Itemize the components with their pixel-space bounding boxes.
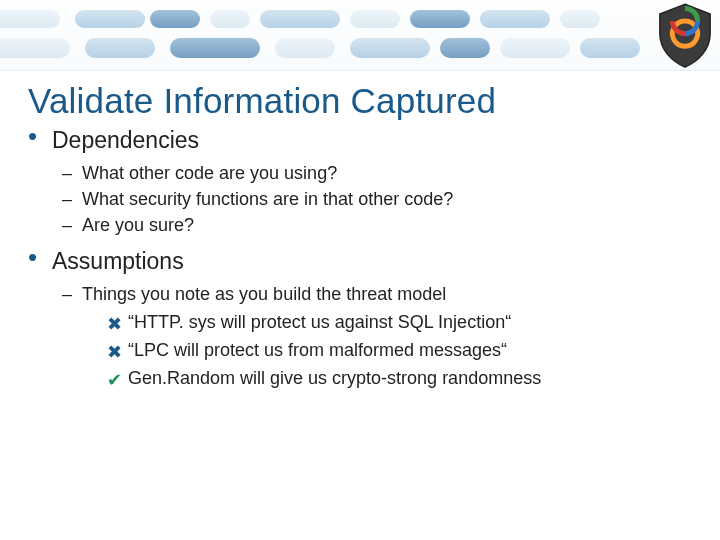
list-item: ✖ “HTTP. sys will protect us against SQL… <box>104 309 692 337</box>
list-item: Things you note as you build the threat … <box>62 281 692 393</box>
bullet-assumptions: Assumptions Things you note as you build… <box>28 248 692 393</box>
bullet-label: Assumptions <box>52 248 184 274</box>
list-item: What other code are you using? <box>62 160 692 186</box>
slide-title: Validate Information Captured <box>28 81 692 121</box>
list-item: What security functions are in that othe… <box>62 186 692 212</box>
bullet-label: Dependencies <box>52 127 199 153</box>
shield-icon <box>650 0 720 70</box>
header-banner <box>0 0 720 71</box>
list-item: ✔ Gen.Random will give us crypto-strong … <box>104 365 692 393</box>
list-item: Are you sure? <box>62 212 692 238</box>
slide-content: Validate Information Captured Dependenci… <box>0 71 720 393</box>
check-icon: ✔ <box>104 367 124 395</box>
bullet-dependencies: Dependencies What other code are you usi… <box>28 127 692 238</box>
cross-icon: ✖ <box>104 311 124 339</box>
list-item: ✖ “LPC will protect us from malformed me… <box>104 337 692 365</box>
cross-icon: ✖ <box>104 339 124 367</box>
